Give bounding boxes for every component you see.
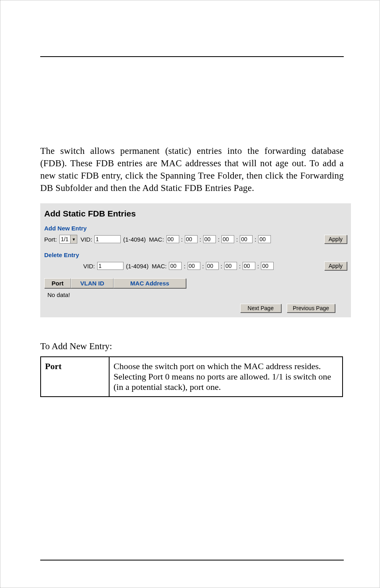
add-mac-octet-0[interactable] — [166, 235, 179, 243]
del-mac-octet-0[interactable] — [169, 262, 182, 270]
del-mac-octet-5[interactable] — [261, 262, 274, 270]
add-entry-heading: Add New Entry — [44, 222, 347, 234]
def-port-label: Port — [41, 357, 109, 397]
add-mac-octet-4[interactable] — [240, 235, 253, 243]
vid-range-label-del: (1-4094) — [126, 263, 149, 269]
body-paragraph: The switch allows permanent (static) ent… — [40, 145, 344, 194]
vid-input[interactable] — [94, 235, 121, 243]
mac-label: MAC: — [149, 236, 164, 243]
add-mac-octet-1[interactable] — [185, 235, 198, 243]
vid-input-del[interactable] — [97, 262, 123, 270]
fdb-table-header: Port VLAN ID MAC Address — [44, 278, 186, 288]
delete-entry-heading: Delete Entry — [44, 249, 347, 261]
port-select-value: 1/1 — [60, 236, 70, 242]
port-label: Port: — [44, 236, 57, 243]
panel-title: Add Static FDB Entries — [44, 207, 347, 222]
add-mac-octet-3[interactable] — [221, 235, 234, 243]
pager: Next Page Previous Page — [44, 304, 347, 313]
colon-separator: : — [184, 263, 185, 269]
colon-separator: : — [257, 263, 259, 269]
divider-bottom — [40, 560, 344, 560]
colon-separator: : — [200, 236, 201, 243]
fdb-panel: Add Static FDB Entries Add New Entry Por… — [40, 203, 351, 317]
vid-label-del: VID: — [83, 263, 95, 269]
del-mac-octet-1[interactable] — [188, 262, 200, 270]
delete-apply-button[interactable]: Apply — [324, 262, 347, 270]
chevron-down-icon: ▼ — [70, 235, 77, 243]
definition-table: Port Choose the switch port on which the… — [40, 356, 343, 397]
port-select[interactable]: 1/1 ▼ — [59, 235, 77, 244]
col-vlan: VLAN ID — [71, 278, 114, 288]
colon-separator: : — [181, 236, 183, 243]
colon-separator: : — [218, 236, 219, 243]
previous-page-button[interactable]: Previous Page — [287, 304, 335, 313]
divider-top — [40, 56, 344, 57]
del-mac-octet-2[interactable] — [206, 262, 219, 270]
no-data-text: No data! — [44, 288, 347, 304]
colon-separator: : — [202, 263, 204, 269]
colon-separator: : — [255, 236, 256, 243]
document-page: The switch allows permanent (static) ent… — [0, 0, 380, 588]
col-port: Port — [44, 278, 71, 288]
vid-label: VID: — [80, 236, 92, 243]
mac-label-del: MAC: — [152, 263, 167, 269]
next-page-button[interactable]: Next Page — [240, 304, 281, 313]
table-caption: To Add New Entry: — [40, 341, 344, 352]
add-entry-row: Port: 1/1 ▼ VID: (1-4094) MAC: : : : : :… — [44, 234, 347, 249]
add-apply-button[interactable]: Apply — [324, 235, 347, 244]
def-port-text: Choose the switch port on which the MAC … — [109, 357, 343, 397]
del-mac-octet-3[interactable] — [224, 262, 237, 270]
delete-entry-row: VID: (1-4094) MAC: : : : : : Apply — [44, 261, 347, 276]
add-mac-octet-2[interactable] — [203, 235, 216, 243]
add-mac-octet-5[interactable] — [258, 235, 271, 243]
colon-separator: : — [221, 263, 222, 269]
col-mac: MAC Address — [114, 278, 186, 288]
del-mac-octet-4[interactable] — [243, 262, 255, 270]
vid-range-label: (1-4094) — [123, 236, 146, 243]
table-row: Port Choose the switch port on which the… — [41, 357, 343, 397]
colon-separator: : — [236, 236, 238, 243]
colon-separator: : — [239, 263, 241, 269]
